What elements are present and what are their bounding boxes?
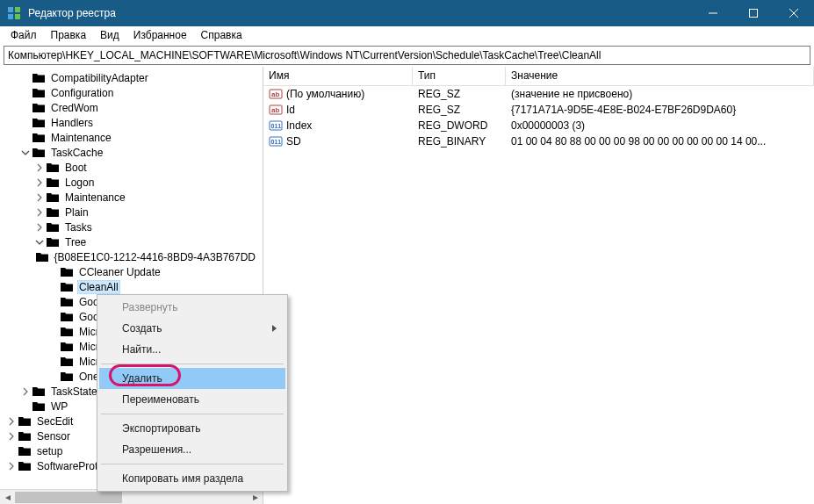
folder-icon (32, 146, 46, 160)
menu-view[interactable]: Вид (93, 27, 126, 43)
string-value-icon: ab (269, 87, 283, 101)
maximize-button[interactable] (733, 0, 774, 26)
folder-icon (46, 235, 60, 249)
tree-node[interactable]: Maintenance (0, 190, 263, 205)
value-type: REG_BINARY (413, 135, 506, 148)
menu-file[interactable]: Файл (4, 27, 44, 43)
svg-rect-0 (8, 7, 13, 12)
ctx-separator (101, 414, 284, 414)
menu-favorites[interactable]: Избранное (126, 27, 194, 43)
svg-text:ab: ab (271, 106, 279, 114)
tree-node-label: Tree (63, 236, 88, 248)
tree-node[interactable]: CCleaner Update (0, 264, 263, 279)
tree-node-label: TaskCache (49, 147, 104, 159)
folder-icon (60, 325, 74, 339)
tree-node[interactable]: Configuration (0, 85, 263, 100)
expander-icon[interactable] (33, 162, 46, 174)
expander-icon[interactable] (19, 147, 32, 159)
menu-help[interactable]: Справка (194, 27, 249, 43)
tree-node[interactable]: Logon (0, 175, 263, 190)
svg-rect-5 (750, 10, 758, 18)
folder-icon (46, 220, 60, 234)
tree-node[interactable]: CredWom (0, 100, 263, 115)
value-name: (По умолчанию) (286, 88, 364, 100)
tree-node[interactable]: Maintenance (0, 130, 263, 145)
value-row[interactable]: abIdREG_SZ{7171A71A-9D5E-4E8E-B024-E7BF2… (263, 102, 814, 118)
ctx-separator (101, 364, 284, 364)
binary-value-icon: 011 (269, 134, 283, 148)
expander-icon[interactable] (33, 236, 46, 248)
ctx-delete[interactable]: Удалить (99, 368, 285, 389)
ctx-permissions[interactable]: Разрешения... (99, 439, 285, 460)
expander-icon[interactable] (33, 221, 46, 234)
tree-node-label: CompatibilityAdapter (49, 72, 150, 84)
ctx-find[interactable]: Найти... (99, 339, 285, 360)
folder-icon (35, 250, 49, 264)
titlebar: Редактор реестра (0, 0, 814, 26)
menu-edit[interactable]: Правка (44, 27, 94, 43)
string-value-icon: ab (269, 103, 283, 117)
value-type: REG_SZ (413, 104, 506, 116)
folder-icon (46, 205, 60, 220)
value-name: Index (286, 119, 312, 132)
col-value[interactable]: Значение (506, 67, 814, 86)
ctx-expand[interactable]: Развернуть (99, 297, 285, 318)
value-row[interactable]: ab(По умолчанию)REG_SZ(значение не присв… (263, 86, 814, 102)
ctx-new[interactable]: Создать (99, 318, 285, 339)
ctx-copy-key-name[interactable]: Копировать имя раздела (99, 468, 285, 489)
expander-icon[interactable] (5, 430, 18, 443)
tree-node[interactable]: TaskCache (0, 145, 263, 160)
tree-node[interactable]: {B08EE1C0-1212-4416-8BD9-4A3B767DD (0, 249, 263, 264)
address-text: Компьютер\HKEY_LOCAL_MACHINE\SOFTWARE\Mi… (8, 49, 601, 61)
tree-node-label: SecEdit (35, 415, 75, 428)
list-header: Имя Тип Значение (263, 67, 814, 86)
tree-node-label: CleanAll (77, 280, 120, 294)
svg-rect-3 (15, 14, 20, 19)
ctx-rename[interactable]: Переименовать (99, 389, 285, 410)
expander-icon[interactable] (5, 460, 18, 472)
regedit-icon (7, 6, 21, 20)
tree-node[interactable]: CleanAll (0, 279, 263, 294)
tree-node-label: Maintenance (63, 191, 127, 204)
value-row[interactable]: 011SDREG_BINARY01 00 04 80 88 00 00 00 9… (263, 133, 814, 149)
col-type[interactable]: Тип (413, 67, 506, 86)
expander-icon[interactable] (5, 415, 18, 428)
folder-icon (60, 370, 74, 384)
address-bar[interactable]: Компьютер\HKEY_LOCAL_MACHINE\SOFTWARE\Mi… (4, 46, 810, 65)
tree-node[interactable]: CompatibilityAdapter (0, 70, 263, 85)
folder-icon (60, 355, 74, 369)
tree-node-label: Configuration (49, 87, 115, 99)
menubar: Файл Правка Вид Избранное Справка (0, 26, 814, 44)
tree-node[interactable]: Tasks (0, 220, 263, 234)
tree-node-label: Handlers (49, 117, 95, 129)
folder-icon (32, 86, 46, 100)
svg-text:ab: ab (271, 90, 279, 98)
folder-icon (18, 414, 32, 428)
tree-node[interactable]: Tree (0, 234, 263, 249)
folder-icon (60, 310, 74, 324)
context-menu: Развернуть Создать Найти... Удалить Пере… (97, 294, 288, 492)
value-row[interactable]: 011IndexREG_DWORD0x00000003 (3) (263, 118, 814, 133)
tree-node-label: Logon (63, 176, 96, 189)
tree-node-label: CredWom (49, 102, 100, 114)
minimize-button[interactable] (693, 0, 733, 26)
value-data: 0x00000003 (3) (506, 119, 814, 132)
col-name[interactable]: Имя (263, 67, 413, 86)
expander-icon[interactable] (33, 206, 46, 219)
folder-icon (60, 280, 74, 294)
scroll-left-icon[interactable]: ◂ (0, 490, 15, 505)
tree-node[interactable]: Plain (0, 205, 263, 220)
expander-icon[interactable] (33, 176, 46, 189)
list-pane: Имя Тип Значение ab(По умолчанию)REG_SZ(… (263, 67, 814, 504)
tree-node[interactable]: Handlers (0, 115, 263, 130)
value-name: SD (286, 135, 301, 148)
expander-icon[interactable] (19, 385, 32, 398)
folder-icon (18, 429, 32, 443)
tree-node-label: Sensor (35, 430, 72, 443)
folder-icon (32, 71, 46, 85)
folder-icon (18, 444, 32, 458)
expander-icon[interactable] (33, 191, 46, 204)
ctx-export[interactable]: Экспортировать (99, 418, 285, 439)
close-button[interactable] (774, 0, 814, 26)
tree-node[interactable]: Boot (0, 160, 263, 175)
